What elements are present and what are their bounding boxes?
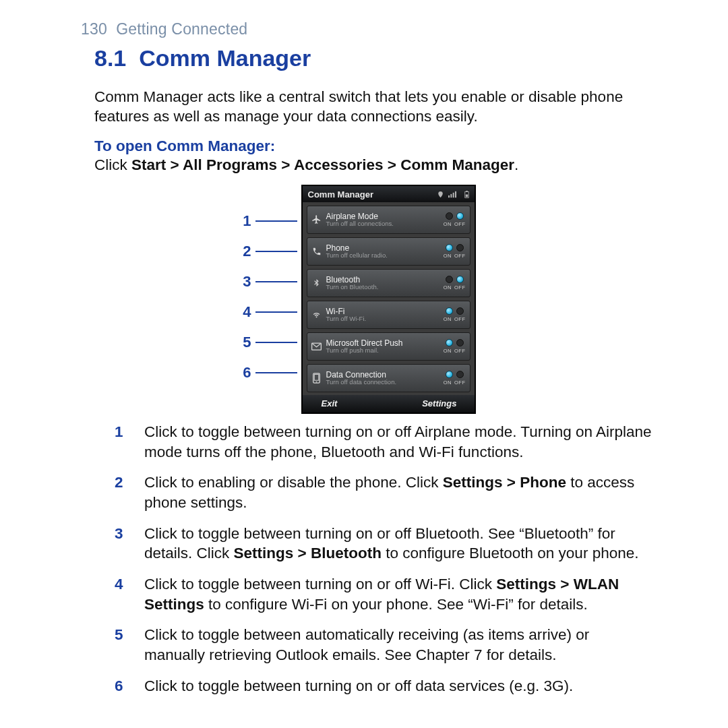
comm-manager-figure: 123456 Comm Manager Airplane ModeTurn of… (239, 185, 476, 414)
section-intro: Comm Manager acts like a central switch … (94, 87, 674, 127)
explanation-number: 1 (115, 422, 144, 462)
exit-softkey[interactable]: Exit (322, 398, 338, 408)
explanation-number: 4 (115, 574, 144, 614)
toggle-row-wi-fi[interactable]: Wi-FiTurn off Wi-Fi.ONOFF (307, 301, 471, 329)
mail-icon (307, 342, 326, 351)
callout-line (255, 281, 297, 282)
open-instruction: Click Start > All Programs > Accessories… (94, 156, 674, 174)
row-sublabel: Turn off cellular radio. (326, 252, 441, 259)
status-icons (437, 191, 471, 198)
subheading: To open Comm Manager: (94, 138, 674, 155)
row-sublabel: Turn off all connections. (326, 220, 441, 227)
callout-number: 2 (239, 243, 251, 260)
toggle-indicator: ONOFF (444, 307, 470, 322)
callout-number: 1 (239, 212, 251, 230)
device-title: Comm Manager (308, 189, 374, 200)
row-sublabel: Turn on Bluetooth. (326, 284, 441, 291)
callout-line (255, 311, 297, 313)
explanation-text: Click to toggle between turning on or of… (144, 676, 573, 696)
page-number: 130 (81, 20, 107, 38)
callout-line (255, 251, 297, 252)
battery-icon (463, 191, 471, 198)
toggle-row-bluetooth[interactable]: BluetoothTurn on Bluetooth.ONOFF (307, 269, 471, 297)
toggle-indicator: ONOFF (444, 244, 470, 259)
explanation-item: 5Click to toggle between automatically r… (115, 625, 654, 665)
toggle-row-data-connection[interactable]: Data ConnectionTurn off data connection.… (307, 364, 471, 392)
row-sublabel: Turn off push mail. (326, 347, 441, 354)
toggle-row-airplane-mode[interactable]: Airplane ModeTurn off all connections.ON… (307, 206, 471, 234)
signal-icon (448, 191, 459, 198)
explanation-number: 6 (115, 676, 144, 696)
svg-rect-0 (448, 195, 450, 198)
explanation-text: Click to toggle between turning on or of… (144, 422, 654, 462)
explanation-item: 1Click to toggle between turning on or o… (115, 422, 654, 462)
settings-softkey[interactable]: Settings (422, 398, 456, 408)
data-connection-icon (307, 373, 326, 384)
explanation-number: 2 (115, 473, 144, 512)
svg-point-11 (316, 382, 317, 383)
svg-rect-2 (452, 193, 454, 198)
device-screenshot: Comm Manager Airplane ModeTurn off all c… (301, 185, 476, 414)
phone-icon (307, 247, 326, 256)
explanation-item: 3Click to toggle between turning on or o… (115, 524, 654, 564)
airplane-icon (307, 214, 326, 224)
row-sublabel: Turn off data connection. (326, 379, 441, 386)
toggle-row-phone[interactable]: PhoneTurn off cellular radio.ONOFF (307, 237, 471, 266)
explanation-text: Click to enabling or disable the phone. … (144, 473, 654, 512)
row-sublabel: Turn off Wi-Fi. (326, 315, 441, 322)
explanation-number: 5 (115, 625, 144, 665)
svg-rect-3 (455, 191, 456, 198)
svg-rect-1 (450, 194, 452, 198)
callout-line (255, 220, 297, 222)
svg-rect-10 (314, 374, 318, 380)
toggle-indicator: ONOFF (444, 371, 470, 386)
running-header: 130 Getting Connected (81, 20, 674, 38)
section-title: 8.1 Comm Manager (94, 45, 674, 71)
explanation-text: Click to toggle between turning on or of… (144, 574, 654, 614)
bluetooth-icon (307, 278, 326, 288)
explanation-number: 3 (115, 524, 144, 564)
phone-status-icon (437, 191, 444, 198)
callout-number: 5 (239, 334, 251, 351)
callout-line (255, 372, 297, 373)
svg-rect-5 (466, 191, 468, 191)
callout-number: 3 (239, 273, 251, 291)
explanation-item: 6Click to toggle between turning on or o… (115, 676, 654, 696)
toggle-indicator: ONOFF (444, 212, 470, 227)
callout-number: 4 (239, 303, 251, 321)
explanation-text: Click to toggle between turning on or of… (144, 524, 654, 564)
toggle-row-microsoft-direct-push[interactable]: Microsoft Direct PushTurn off push mail.… (307, 332, 471, 361)
explanation-text: Click to toggle between automatically re… (144, 625, 654, 665)
chapter-title: Getting Connected (116, 20, 247, 38)
explanation-item: 4Click to toggle between turning on or o… (115, 574, 654, 614)
svg-point-7 (316, 317, 317, 318)
callout-number: 6 (239, 364, 251, 382)
toggle-indicator: ONOFF (444, 276, 470, 291)
wifi-icon (307, 309, 326, 320)
toggle-indicator: ONOFF (444, 339, 470, 354)
explanation-item: 2Click to enabling or disable the phone.… (115, 473, 654, 512)
callout-line (255, 342, 297, 343)
svg-rect-6 (465, 194, 467, 197)
